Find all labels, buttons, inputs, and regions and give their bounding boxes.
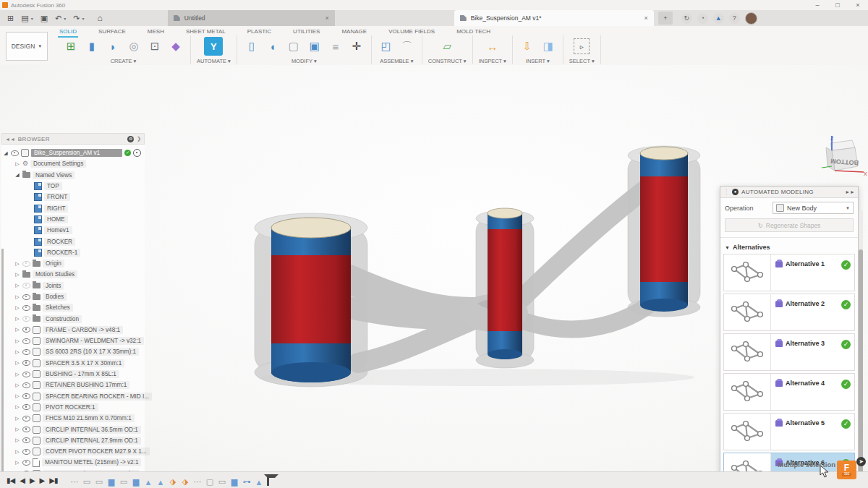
- browser-item-front[interactable]: FRONT: [1, 192, 145, 202]
- create-sketch-icon[interactable]: ⊞: [62, 38, 80, 55]
- alternative-thumbnail[interactable]: [724, 254, 771, 291]
- group-dots[interactable]: ⋯: [193, 477, 203, 487]
- browser-item-bushing-17mm-x-85l-1[interactable]: ▷BUSHING - 17mm X 85L:1: [1, 369, 145, 380]
- timeline-position-marker[interactable]: [267, 474, 269, 486]
- alternative-item[interactable]: Alternative 3✓: [723, 333, 855, 371]
- ribbon-group-label[interactable]: INSERT ▾: [526, 58, 550, 64]
- alternative-thumbnail[interactable]: [724, 294, 771, 330]
- expand-closed-icon[interactable]: ▷: [14, 316, 20, 322]
- dialog-header[interactable]: ⋮ ● AUTOMATED MODELING ►►: [720, 187, 858, 198]
- expand-closed-icon[interactable]: ▷: [14, 305, 20, 311]
- close-button[interactable]: ×: [848, 0, 868, 10]
- browser-item-bike-suspension-am-v1[interactable]: ◢Bike_Suspension_AM v1✓: [1, 147, 145, 158]
- visibility-eye-icon[interactable]: [22, 382, 30, 388]
- alternatives-section-header[interactable]: ▼ Alternatives: [720, 237, 858, 254]
- expand-closed-icon[interactable]: ▷: [14, 283, 20, 288]
- visibility-eye-icon[interactable]: [22, 261, 30, 267]
- doc-tab-bike-suspension[interactable]: Bike_Suspension_AM v1* ×: [454, 10, 654, 26]
- browser-item-circlip-internal-27-9mm-od-1[interactable]: ▷CIRCLIP INTERNAL 27.9mm OD:1: [1, 435, 145, 446]
- go-to-end-button[interactable]: ▶▮: [49, 476, 57, 484]
- browser-item-bodies[interactable]: ▷Bodies: [1, 291, 145, 302]
- expand-closed-icon[interactable]: ▷: [14, 161, 20, 167]
- extensions-icon[interactable]: ↻: [681, 13, 692, 24]
- play-button[interactable]: ▶: [30, 476, 35, 484]
- ribbon-group-label[interactable]: CONSTRUCT ▾: [428, 58, 467, 64]
- sketch-feature[interactable]: ▭: [218, 477, 227, 487]
- close-tab-icon[interactable]: ×: [644, 14, 648, 22]
- gear-icon[interactable]: ⚙: [127, 136, 134, 142]
- pattern-icon[interactable]: ⊡: [146, 38, 163, 55]
- doc-tab-untitled[interactable]: Untitled ×: [168, 10, 335, 26]
- visibility-eye-icon[interactable]: [22, 372, 30, 377]
- step-forward-button[interactable]: ▶: [40, 476, 45, 484]
- form-icon[interactable]: ◆: [167, 38, 184, 55]
- insert-mesh-icon[interactable]: ⇩: [519, 38, 536, 55]
- joint-icon[interactable]: ⌒: [399, 38, 416, 55]
- visibility-eye-icon[interactable]: [22, 338, 30, 344]
- browser-item-swingarm-weldment-v32-1[interactable]: ▷SWINGARM - WELDMENT -> v32:1: [1, 335, 145, 346]
- visibility-eye-icon[interactable]: [11, 150, 19, 156]
- copy-feature[interactable]: ▢: [205, 477, 215, 487]
- share-icon[interactable]: ➤: [856, 457, 866, 466]
- workspace-selector[interactable]: DESIGN ▼: [6, 32, 48, 61]
- expand-closed-icon[interactable]: ▷: [14, 261, 20, 267]
- browser-item-rocker-1[interactable]: ROCKER-1: [1, 247, 145, 258]
- visibility-eye-icon[interactable]: [22, 437, 30, 443]
- browser-item-named-views[interactable]: ◢Named Views: [1, 170, 145, 181]
- browser-item-right[interactable]: RIGHT: [1, 202, 145, 213]
- browser-item-ss-6003-2rs-10-x-17-x-35mm-1[interactable]: ▷SS 6003 2RS (10 X 17 X 35mm):1: [1, 346, 145, 357]
- viewport-canvas[interactable]: BOTTOM Z X ◄◄ BROWSER ⚙ ❯ ◢Bike_Suspensi…: [0, 65, 868, 471]
- close-tab-icon[interactable]: ×: [326, 14, 329, 22]
- browser-item-frame-carbon-v48-1[interactable]: ▷FRAME - CARBON -> v48:1: [1, 325, 145, 335]
- regenerate-shapes-button[interactable]: ↻ Regenerate Shapes: [725, 218, 854, 232]
- browser-scrollbar[interactable]: [1, 249, 4, 488]
- browser-item-manitou-metel-215mm-v2-1[interactable]: ▷MANITOU METEL (215mm) -> v2:1: [1, 457, 145, 468]
- expand-open-icon[interactable]: ◢: [14, 172, 20, 178]
- expand-closed-icon[interactable]: ▷: [14, 416, 20, 421]
- visibility-eye-icon[interactable]: [22, 316, 30, 322]
- collapse-panel-icon[interactable]: ◄◄: [5, 137, 15, 142]
- loft-feature[interactable]: ▲: [156, 477, 166, 487]
- browser-item-motion-studies[interactable]: ▷Motion Studies: [1, 269, 145, 280]
- expand-closed-icon[interactable]: ▷: [14, 427, 20, 432]
- alternative-item[interactable]: Alternative 1✓: [723, 254, 855, 291]
- expand-closed-icon[interactable]: ▷: [14, 393, 20, 399]
- browser-item-top[interactable]: TOP: [1, 181, 145, 192]
- new-tab-button[interactable]: +: [658, 12, 673, 25]
- extrude-feature[interactable]: ▆: [230, 477, 239, 487]
- view-cube[interactable]: BOTTOM Z X: [816, 134, 868, 187]
- data-panel-home-icon[interactable]: ⌂: [98, 13, 103, 23]
- hold-feature[interactable]: ⬗: [181, 477, 190, 487]
- new-component-icon[interactable]: ◰: [378, 38, 395, 55]
- expand-closed-icon[interactable]: ▷: [14, 294, 20, 300]
- maximize-button[interactable]: □: [827, 0, 848, 10]
- alternative-item[interactable]: Alternative 5✓: [723, 413, 855, 450]
- go-to-start-button[interactable]: ▮◀: [7, 476, 14, 484]
- expand-panel-icon[interactable]: ►►: [845, 189, 855, 194]
- browser-item-rocker[interactable]: ROCKER: [1, 236, 145, 247]
- expand-closed-icon[interactable]: ▷: [14, 460, 20, 466]
- sweep-icon[interactable]: ◗: [104, 38, 122, 55]
- shell-icon[interactable]: ▢: [285, 38, 302, 55]
- visibility-eye-icon[interactable]: [22, 393, 30, 399]
- app-grid-icon[interactable]: ⊞: [7, 14, 14, 23]
- visibility-eye-icon[interactable]: [22, 360, 30, 366]
- visibility-eye-icon[interactable]: [22, 404, 30, 410]
- panel-scrollbar[interactable]: [859, 210, 863, 488]
- redo-icon[interactable]: ↷: [73, 14, 80, 23]
- chevron-right-icon[interactable]: ❯: [137, 136, 141, 142]
- alternative-item[interactable]: Alternative 2✓: [723, 294, 855, 331]
- sketch-feature[interactable]: ▭: [82, 477, 92, 487]
- browser-item-spacer-bearing-rocker-mid-i-[interactable]: ▷SPACER BEARING ROCKER - MID I...: [1, 391, 145, 402]
- construction-plane-icon[interactable]: ▱: [438, 38, 456, 55]
- undo-icon[interactable]: ↶: [55, 14, 61, 23]
- expand-closed-icon[interactable]: ▷: [14, 349, 20, 355]
- browser-item-retainer-bushing-17mm-1[interactable]: ▷RETAINER BUSHING 17mm:1: [1, 380, 145, 390]
- expand-closed-icon[interactable]: ▷: [14, 404, 20, 410]
- automated-modeling-icon[interactable]: Y: [204, 37, 223, 56]
- model-3d[interactable]: [239, 137, 709, 390]
- minimize-button[interactable]: –: [807, 0, 827, 10]
- extrude-feature[interactable]: ▆: [132, 477, 141, 487]
- visibility-eye-icon[interactable]: [22, 416, 30, 421]
- visibility-eye-icon[interactable]: [22, 327, 30, 333]
